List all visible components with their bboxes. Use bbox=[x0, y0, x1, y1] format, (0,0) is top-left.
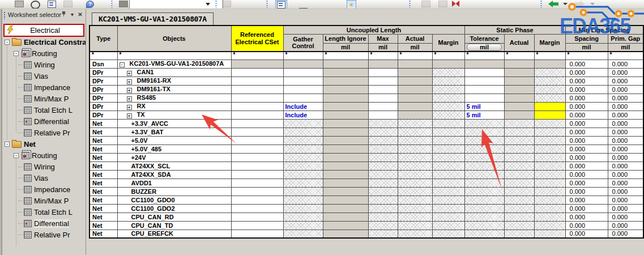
cell-gather-control[interactable] bbox=[283, 204, 323, 212]
cell-max[interactable] bbox=[368, 102, 398, 110]
cell-object[interactable]: +RS485 bbox=[117, 94, 231, 102]
cell-tolerance[interactable] bbox=[464, 170, 504, 178]
cell-spacing[interactable]: 0.000 bbox=[565, 128, 608, 136]
cell-margin[interactable] bbox=[432, 144, 464, 153]
cell-tolerance[interactable]: 5 mil bbox=[464, 102, 504, 110]
sync-icon[interactable] bbox=[438, 1, 447, 7]
cell-tolerance[interactable]: 5 mil bbox=[464, 110, 504, 119]
cell-tolerance[interactable] bbox=[464, 119, 504, 128]
filter-cell-type[interactable]: * bbox=[89, 52, 117, 60]
cell-ref-cset[interactable] bbox=[231, 212, 283, 221]
cell-actual[interactable] bbox=[398, 196, 432, 204]
tree-expand-icon[interactable]: - bbox=[5, 40, 10, 45]
cell-tolerance[interactable] bbox=[464, 85, 504, 94]
cell-actual[interactable] bbox=[398, 170, 432, 178]
filter-cell-max[interactable]: * bbox=[368, 52, 398, 60]
cell-object[interactable]: AT24XX_SDA bbox=[117, 170, 231, 178]
cell-prim-gap[interactable]: 0.000 bbox=[608, 162, 643, 170]
cell-sp-actual[interactable] bbox=[504, 110, 534, 119]
cell-max[interactable] bbox=[368, 144, 398, 153]
cell-prim-gap[interactable]: 0.000 bbox=[608, 68, 643, 76]
cell-sp-margin[interactable] bbox=[534, 60, 565, 68]
cell-tolerance[interactable] bbox=[464, 230, 504, 238]
cell-gather-control[interactable] bbox=[283, 60, 323, 68]
cell-actual[interactable] bbox=[398, 94, 432, 102]
cell-margin[interactable] bbox=[432, 221, 464, 230]
cell-margin[interactable] bbox=[432, 162, 464, 170]
cell-tolerance[interactable] bbox=[464, 221, 504, 230]
analysis-mode-icon[interactable] bbox=[275, 0, 287, 9]
cell-length-ignore[interactable] bbox=[323, 230, 368, 238]
cell-spacing[interactable]: 0.000 bbox=[565, 153, 608, 162]
cell-ref-cset[interactable] bbox=[231, 119, 283, 128]
red-bowtie-delete-icon[interactable] bbox=[452, 1, 459, 7]
printer-icon[interactable] bbox=[15, 1, 24, 7]
cell-sp-actual[interactable] bbox=[504, 162, 534, 170]
cell-object[interactable]: CPU_CAN_TD bbox=[117, 221, 231, 230]
cell-spacing[interactable]: 0.000 bbox=[565, 144, 608, 153]
cell-sp-actual[interactable] bbox=[504, 128, 534, 136]
cell-max[interactable] bbox=[368, 153, 398, 162]
cell-length-ignore[interactable] bbox=[323, 102, 368, 110]
copy-icon[interactable] bbox=[48, 1, 56, 8]
cell-sp-margin[interactable] bbox=[534, 110, 565, 119]
cell-max[interactable] bbox=[368, 196, 398, 204]
cell-prim-gap[interactable]: 0.000 bbox=[608, 178, 643, 187]
cell-actual[interactable] bbox=[398, 230, 432, 238]
cell-sp-margin[interactable] bbox=[534, 187, 565, 196]
cell-margin[interactable] bbox=[432, 212, 464, 221]
cell-length-ignore[interactable] bbox=[323, 76, 368, 85]
worksheet-tab[interactable]: KC201-VMS-GU-VA1-20150807A bbox=[92, 12, 214, 25]
cell-margin[interactable] bbox=[432, 196, 464, 204]
cell-gather-control[interactable] bbox=[283, 76, 323, 85]
cell-tolerance[interactable] bbox=[464, 187, 504, 196]
cell-sp-actual[interactable] bbox=[504, 76, 534, 85]
cell-margin[interactable] bbox=[432, 60, 464, 68]
cell-object[interactable]: +3.3V_AVCC bbox=[117, 119, 231, 128]
cell-tolerance[interactable] bbox=[464, 144, 504, 153]
cell-sp-margin[interactable] bbox=[534, 162, 565, 170]
cell-length-ignore[interactable] bbox=[323, 144, 368, 153]
cell-sp-actual[interactable] bbox=[504, 68, 534, 76]
cell-ref-cset[interactable] bbox=[231, 196, 283, 204]
sidebar-item-routing[interactable]: -Routing bbox=[2, 150, 86, 161]
cell-spacing[interactable]: 0.000 bbox=[565, 204, 608, 212]
cell-sp-margin[interactable] bbox=[534, 230, 565, 238]
cell-spacing[interactable]: 0.000 bbox=[565, 178, 608, 187]
cell-margin[interactable] bbox=[432, 102, 464, 110]
cell-max[interactable] bbox=[368, 212, 398, 221]
cell-prim-gap[interactable]: 0.000 bbox=[608, 230, 643, 238]
cell-max[interactable] bbox=[368, 230, 398, 238]
cell-spacing[interactable]: 0.000 bbox=[565, 85, 608, 94]
filter-cell-tolerance[interactable]: * bbox=[464, 52, 504, 60]
sidebar-item-wiring[interactable]: Wiring bbox=[2, 161, 86, 172]
cell-tolerance[interactable] bbox=[464, 60, 504, 68]
cell-length-ignore[interactable] bbox=[323, 187, 368, 196]
cell-prim-gap[interactable]: 0.000 bbox=[608, 187, 643, 196]
cell-spacing[interactable]: 0.000 bbox=[565, 119, 608, 128]
cell-ref-cset[interactable] bbox=[231, 136, 283, 144]
cell-prim-gap[interactable]: 0.000 bbox=[608, 110, 643, 119]
cell-object[interactable]: -KC201-VMS-GU-VA1-20150807A bbox=[117, 60, 231, 68]
undo-dropdown-icon[interactable] bbox=[563, 3, 568, 5]
cell-sp-actual[interactable] bbox=[504, 153, 534, 162]
cell-max[interactable] bbox=[368, 68, 398, 76]
sidebar-item-routing[interactable]: -Routing bbox=[2, 48, 86, 59]
cell-actual[interactable] bbox=[398, 128, 432, 136]
cell-length-ignore[interactable] bbox=[323, 60, 368, 68]
sidebar-item-total-etch-l[interactable]: Total Etch L bbox=[2, 206, 86, 218]
cell-gather-control[interactable] bbox=[283, 94, 323, 102]
cell-sp-margin[interactable] bbox=[534, 196, 565, 204]
cell-spacing[interactable]: 0.000 bbox=[565, 76, 608, 85]
cell-length-ignore[interactable] bbox=[323, 136, 368, 144]
cell-spacing[interactable]: 0.000 bbox=[565, 221, 608, 230]
help-icon[interactable]: ? bbox=[86, 1, 94, 8]
cell-length-ignore[interactable] bbox=[323, 85, 368, 94]
cell-sp-actual[interactable] bbox=[504, 187, 534, 196]
cell-margin[interactable] bbox=[432, 230, 464, 238]
cell-sp-margin[interactable] bbox=[534, 128, 565, 136]
cell-object[interactable]: CC1100_GDO0 bbox=[117, 196, 231, 204]
cell-ref-cset[interactable] bbox=[231, 204, 283, 212]
undo-icon[interactable] bbox=[548, 1, 558, 7]
cell-type[interactable]: Net bbox=[89, 162, 117, 170]
